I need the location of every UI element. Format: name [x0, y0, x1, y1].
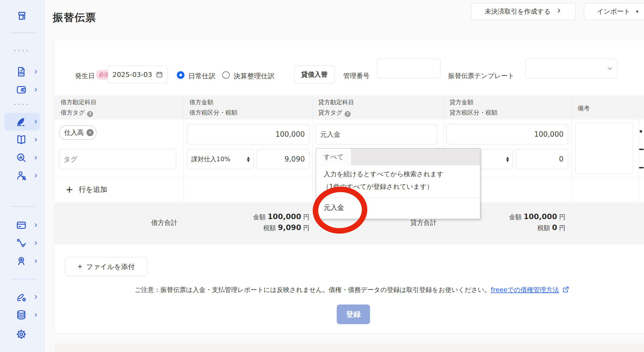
credit-tax-amount-input[interactable]: [516, 149, 568, 169]
radio-closing-journal[interactable]: [222, 71, 230, 79]
credit-total-tax: 税額 0 円: [445, 223, 565, 232]
debit-amount-input[interactable]: [187, 124, 309, 144]
chevron-right-icon: [33, 312, 39, 318]
person-percent-icon: [15, 170, 27, 182]
column-header-remarks: 備考: [578, 103, 590, 114]
spinner-updown-icon: ▲▼: [247, 156, 250, 162]
sidebar-item-documents[interactable]: [0, 63, 44, 80]
chevron-right-icon: [33, 294, 39, 300]
credit-card-icon: [15, 219, 27, 231]
sidebar-item-reports[interactable]: [0, 149, 44, 166]
import-button[interactable]: インポート ▼: [584, 3, 644, 20]
plus-icon: +: [77, 262, 82, 271]
column-header-credit-account: 貸方勘定科目 貸方タグ?: [318, 97, 354, 118]
chevron-right-icon: [33, 87, 39, 93]
help-icon[interactable]: ?: [87, 111, 93, 117]
sidebar-item-card[interactable]: [0, 216, 44, 234]
flower-icon: [15, 255, 27, 267]
row-action-partial-icon[interactable]: [640, 130, 642, 133]
plus-icon: +: [65, 185, 73, 194]
chevron-right-icon: [33, 258, 39, 264]
debit-total-tax: 税額 9,090 円: [189, 223, 309, 232]
chevron-right-icon: [33, 137, 39, 143]
attach-file-button[interactable]: + ファイルを添付: [65, 257, 147, 276]
swap-debit-credit-button[interactable]: 貸借入替: [294, 65, 335, 83]
dropdown-tab-all[interactable]: すべて: [316, 148, 351, 165]
credit-amount-input[interactable]: [446, 124, 568, 144]
sidebar-item-data[interactable]: [0, 306, 44, 324]
sidebar-dots-separator: [14, 50, 28, 51]
sidebar-item-store[interactable]: [16, 10, 28, 22]
chevron-right-icon: [33, 69, 39, 75]
sidebar-divider: [11, 32, 36, 33]
dropdown-hint-line2: （1件のすべてが登録されています）: [323, 182, 433, 191]
chevron-right-icon: [556, 7, 562, 16]
account-suggest-dropdown: すべて 入力を続けるとすべてから検索されます （1件のすべてが登録されています）…: [316, 148, 480, 219]
radio-closing-journal-label: 決算整理仕訳: [234, 71, 275, 80]
radio-daily-journal[interactable]: [177, 71, 184, 79]
help-icon[interactable]: ?: [345, 111, 351, 117]
template-select[interactable]: [525, 59, 618, 78]
next-section-card: [55, 343, 644, 352]
debit-tag-input[interactable]: [59, 149, 176, 169]
chevron-right-icon: [33, 155, 39, 161]
add-row-button[interactable]: + 行を追加: [65, 181, 136, 198]
sidebar-divider: [11, 206, 36, 207]
row-action-partial-icon[interactable]: [639, 149, 644, 150]
sidebar-item-ledger[interactable]: [0, 131, 44, 148]
create-unsettled-transaction-button[interactable]: 未決済取引を作成する: [471, 3, 576, 20]
sidebar-divider: [11, 279, 36, 279]
calendar-icon[interactable]: [156, 71, 163, 79]
gear-icon: [15, 328, 27, 340]
database-icon: [15, 309, 27, 321]
spinner-updown-icon: ▲▼: [506, 156, 509, 162]
sidebar-item-manual-entry-active[interactable]: [0, 113, 44, 130]
wallet-icon: [15, 84, 27, 96]
chevron-down-icon: [606, 65, 613, 72]
debit-tax-amount-input[interactable]: [257, 149, 309, 169]
document-icon: [15, 66, 27, 78]
chevron-right-icon: [33, 222, 39, 228]
dropdown-option-motoirekin[interactable]: 元入金: [316, 198, 480, 217]
remove-account-icon[interactable]: ✕: [87, 129, 94, 136]
sidebar-dots-separator: [14, 104, 28, 105]
chevron-right-icon: [33, 240, 39, 246]
chevron-right-icon: [33, 119, 39, 125]
credit-account-input[interactable]: [315, 124, 437, 144]
column-header-debit-amount: 借方金額 借方税区分・税額: [189, 97, 237, 118]
submit-button[interactable]: 登録: [337, 305, 370, 324]
column-header-debit-account: 借方勘定科目 借方タグ?: [61, 97, 97, 118]
sidebar-item-entry-settings[interactable]: [0, 288, 44, 306]
debit-total-label: 借方合計: [115, 218, 177, 227]
chevron-right-icon: [33, 173, 39, 179]
row-action-partial-icon[interactable]: [639, 167, 644, 168]
receivable-management-link[interactable]: freeeでの債権管理方法: [491, 286, 559, 294]
debit-total-amount: 金額 100,000 円: [189, 212, 309, 221]
search-chart-icon: [15, 152, 27, 164]
book-icon: [15, 134, 27, 146]
remarks-textarea[interactable]: [575, 123, 633, 174]
debit-tax-category-select[interactable]: 課対仕入10% ▲▼: [187, 149, 254, 169]
sidebar-item-settings[interactable]: [0, 326, 44, 343]
route-icon: [15, 237, 27, 249]
sidebar-item-wallet[interactable]: [0, 81, 44, 99]
sidebar: [0, 0, 45, 352]
quill-icon: [15, 116, 27, 128]
date-label: 発生日: [75, 71, 95, 80]
template-label: 振替伝票テンプレート: [448, 71, 514, 80]
caret-down-icon: ▼: [635, 9, 639, 14]
quill-gear-icon: [15, 291, 27, 303]
page-title: 振替伝票: [53, 11, 96, 25]
management-number-input[interactable]: [377, 59, 440, 78]
credit-total-label: 貸方合計: [374, 218, 437, 227]
app-root: 振替伝票 未決済取引を作成する インポート ▼ 発生日 必須 日常仕訳 決算整理…: [0, 0, 644, 352]
management-number-label: 管理番号: [343, 71, 369, 80]
sidebar-item-tax[interactable]: [0, 167, 44, 184]
storefront-icon: [16, 18, 28, 23]
dropdown-hint-line1: 入力を続けるとすべてから検索されます: [324, 170, 443, 178]
sidebar-item-workflow[interactable]: [0, 234, 44, 252]
debit-account-chip[interactable]: 仕入高 ✕: [59, 126, 97, 140]
external-link-icon: [560, 287, 569, 295]
sidebar-item-growth[interactable]: [0, 252, 44, 270]
column-header-credit-amount: 貸方金額 貸方税区分・税額: [449, 97, 497, 118]
